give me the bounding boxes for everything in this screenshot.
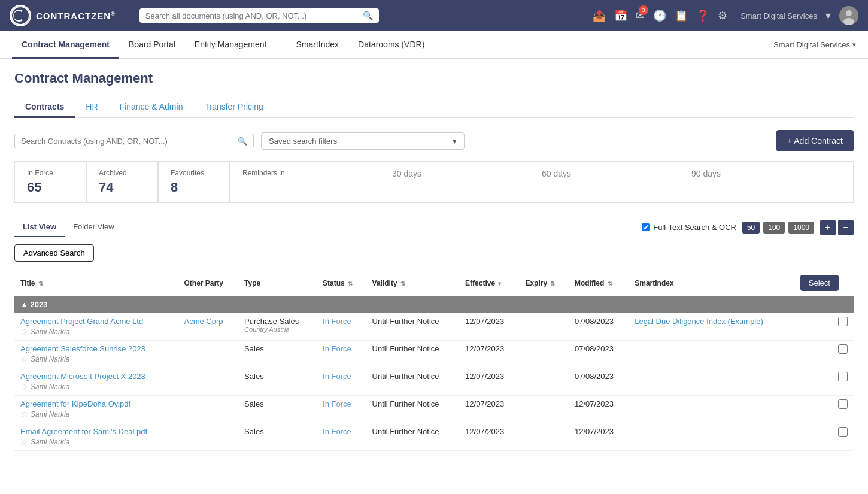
nav-contract-management[interactable]: Contract Management [12,31,119,59]
table-row: Agreement Microsoft Project X 2023 ☆ Sam… [14,368,854,396]
validity-sort-icon[interactable]: ⇅ [400,280,405,287]
col-effective[interactable]: Effective ▾ [459,270,519,296]
col-type: Type [238,270,317,296]
svg-point-3 [843,18,854,25]
stat-favourites[interactable]: Favourites 8 [158,161,230,203]
global-search-bar[interactable]: 🔍 [139,8,379,23]
star-icon[interactable]: ☆ [20,354,28,364]
nav-entity-management[interactable]: Entity Management [185,31,277,59]
contract-search-bar[interactable]: 🔍 [14,134,254,148]
zoom-buttons: + − [820,220,854,235]
select-button[interactable]: Select [800,275,839,291]
category-tabs: Contracts HR Finance & Admin Transfer Pr… [14,97,854,118]
star-icon[interactable]: ☆ [20,382,28,392]
settings-icon[interactable]: ⚙ [718,9,727,22]
contract-title-link[interactable]: Agreement Project Grand Acme Ltd [20,317,143,326]
col-status[interactable]: Status ⇅ [317,270,366,296]
stat-archived[interactable]: Archived 74 [86,161,158,203]
ocr-toggle[interactable]: Full-Text Search & OCR [642,223,736,232]
col-modified[interactable]: Modified ⇅ [569,270,629,296]
page-size-50[interactable]: 50 [742,222,760,234]
star-icon[interactable]: ☆ [20,437,28,447]
cell-effective: 12/07/2023 [459,341,519,368]
status-sort-icon[interactable]: ⇅ [348,280,353,287]
nav-smartindex[interactable]: SmartIndex [286,31,348,59]
status-badge: In Force [323,427,351,436]
tab-contracts[interactable]: Contracts [14,97,75,118]
contract-title-link[interactable]: Agreement Microsoft Project X 2023 [20,372,145,381]
type-sub-value: Country Austria [244,326,311,333]
tab-hr[interactable]: HR [75,97,108,118]
mail-icon[interactable]: ✉ 3 [636,9,645,22]
tab-list-view[interactable]: List View [14,217,65,237]
tab-finance-admin[interactable]: Finance & Admin [109,97,194,118]
files-icon[interactable]: 📋 [675,9,688,22]
add-contract-button[interactable]: + Add Contract [776,130,854,151]
contract-search-input[interactable] [21,137,238,146]
nav-divider-1 [281,38,281,52]
nav-board-portal[interactable]: Board Portal [119,31,185,59]
other-party-link[interactable]: Acme Corp [184,317,223,326]
expiry-sort-icon[interactable]: ⇅ [550,280,555,287]
contract-title-link[interactable]: Agreement for KipeDoha Oy.pdf [20,399,130,408]
tab-folder-view[interactable]: Folder View [65,217,122,237]
table-group-row[interactable]: ▲ 2023 [14,296,854,313]
row-select-checkbox[interactable] [838,372,848,381]
author-name: Sami Narkia [31,355,69,363]
zoom-out-button[interactable]: − [838,220,854,235]
row-select-checkbox[interactable] [838,427,848,437]
saved-filters-dropdown[interactable]: Saved search filters ▾ [261,132,465,150]
cell-title: Agreement Salesforce Sunrise 2023 ☆ Sami… [14,341,178,368]
star-icon[interactable]: ☆ [20,327,28,337]
reminder-60-days: 60 days [542,169,691,178]
cell-modified: 07/08/2023 [569,341,629,368]
page-size-100[interactable]: 100 [763,222,785,234]
row-select-checkbox[interactable] [838,344,848,354]
contract-title-link[interactable]: Agreement Salesforce Sunrise 2023 [20,344,145,353]
global-search-input[interactable] [145,11,363,20]
advanced-search-button[interactable]: Advanced Search [14,244,94,262]
cell-validity: Until Further Notice [366,341,460,368]
contract-search-icon[interactable]: 🔍 [238,137,247,146]
cell-validity: Until Further Notice [366,396,460,423]
title-sort-icon[interactable]: ⇅ [38,280,43,287]
page-size-1000[interactable]: 1000 [788,222,814,234]
chevron-down-icon: ▾ [852,41,856,49]
global-search-button[interactable]: 🔍 [363,11,373,20]
tab-transfer-pricing[interactable]: Transfer Pricing [193,97,274,118]
reminder-60[interactable]: 60 days [542,169,691,195]
row-select-checkbox[interactable] [838,317,848,326]
col-expiry[interactable]: Expiry ⇅ [519,270,569,296]
stat-in-force-label: In Force [27,169,74,177]
table-row: Email Agreement for Sami's Deal.pdf ☆ Sa… [14,423,854,451]
ocr-checkbox-input[interactable] [642,223,650,231]
reminder-30[interactable]: 30 days [392,169,542,195]
cell-other-party [178,396,239,423]
upload-icon[interactable]: 📤 [593,9,606,22]
col-title[interactable]: Title ⇅ [14,270,178,296]
contract-title-link[interactable]: Email Agreement for Sami's Deal.pdf [20,427,147,436]
smartindex-link[interactable]: Legal Due Diligence Index (Example) [635,317,763,326]
stat-in-force[interactable]: In Force 65 [14,161,86,203]
zoom-in-button[interactable]: + [820,220,836,235]
cell-expiry [519,396,569,423]
table-row: Agreement Project Grand Acme Ltd ☆ Sami … [14,313,854,341]
star-icon[interactable]: ☆ [20,410,28,419]
effective-sort-icon[interactable]: ▾ [498,280,501,287]
avatar[interactable] [839,6,858,25]
nav-datarooms[interactable]: Datarooms (VDR) [348,31,434,59]
row-select-checkbox[interactable] [838,399,848,409]
cell-type: Sales [238,341,317,368]
main-content: Contract Management Contracts HR Finance… [0,59,868,494]
modified-sort-icon[interactable]: ⇅ [608,280,612,287]
top-navigation: CONTRACTZEN® 🔍 📤 📅 ✉ 3 🕐 📋 ❓ ⚙ Smart Dig… [0,0,868,31]
logo-area[interactable]: CONTRACTZEN® [10,5,116,26]
cell-other-party [178,368,239,396]
reminders-label: Reminders in [242,169,392,177]
reminder-90[interactable]: 90 days [691,169,841,195]
history-icon[interactable]: 🕐 [653,9,666,22]
col-validity[interactable]: Validity ⇅ [366,270,460,296]
help-icon[interactable]: ❓ [696,9,709,22]
calendar-icon[interactable]: 📅 [614,9,627,22]
cell-other-party: Acme Corp [178,313,239,341]
